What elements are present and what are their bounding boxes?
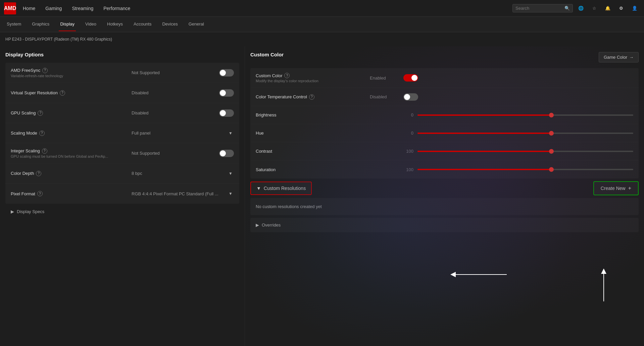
scaling-mode-dropdown[interactable]: Full panel ▼ (132, 131, 234, 136)
custom-res-chevron-icon: ▼ (256, 186, 261, 191)
tab-devices[interactable]: Devices (161, 17, 179, 31)
hue-slider-container: 0 (403, 131, 633, 136)
top-nav: Home Gaming Streaming Performance (23, 4, 512, 12)
gpu-scaling-label: GPU Scaling (11, 110, 36, 115)
left-panel: Display Options AMD FreeSync ? Variable-… (0, 46, 245, 346)
annotation-arrow-custom-res (446, 268, 513, 301)
setting-row-color-depth: Color Depth ? 8 bpc ▼ (5, 163, 239, 184)
custom-color-label: Custom Color (256, 73, 282, 78)
contrast-slider-track[interactable] (417, 151, 633, 152)
search-icon: 🔍 (564, 6, 570, 11)
display-options-title: Display Options (5, 52, 239, 57)
tab-display[interactable]: Display (59, 17, 76, 31)
custom-color-title: Custom Color (250, 52, 284, 57)
bell-icon-btn[interactable]: 🔔 (602, 3, 613, 14)
color-depth-label: Color Depth (11, 171, 34, 176)
color-temp-help-icon[interactable]: ? (309, 94, 314, 100)
nav-streaming[interactable]: Streaming (72, 4, 93, 12)
setting-row-gpu-scaling: GPU Scaling ? Disabled (5, 103, 239, 123)
hue-slider-thumb[interactable] (549, 131, 554, 136)
vsr-label: Virtual Super Resolution (11, 90, 58, 95)
custom-color-help-icon[interactable]: ? (284, 73, 290, 78)
create-new-button[interactable]: Create New + (593, 181, 639, 195)
pixel-format-label: Pixel Format (11, 191, 35, 196)
hue-label: Hue (256, 131, 264, 136)
nav-performance[interactable]: Performance (103, 4, 130, 12)
tab-system[interactable]: System (5, 17, 22, 31)
setting-row-integer-scaling: Integer Scaling ? GPU scaling must be tu… (5, 143, 239, 163)
custom-color-sub: Modify the display's color reproduction (256, 79, 370, 83)
color-temp-toggle[interactable] (403, 93, 418, 101)
hue-value: 0 (403, 131, 413, 136)
search-box[interactable]: 🔍 (512, 4, 573, 12)
setting-row-scaling-mode: Scaling Mode ? Full panel ▼ (5, 123, 239, 143)
vsr-toggle[interactable] (219, 89, 234, 97)
contrast-row: Contrast 100 (250, 142, 639, 160)
tab-hotkeys[interactable]: Hotkeys (106, 17, 124, 31)
tab-video[interactable]: Video (84, 17, 98, 31)
overrides-label: Overrides (262, 223, 281, 228)
game-color-arrow-icon: → (629, 55, 634, 60)
empty-state: No custom resolutions created yet (250, 198, 639, 215)
gpu-scaling-help-icon[interactable]: ? (38, 110, 43, 116)
custom-color-toggle[interactable] (403, 74, 418, 82)
integer-scaling-label: Integer Scaling (11, 148, 40, 153)
freesync-toggle[interactable] (219, 69, 234, 77)
custom-color-row: Custom Color ? Modify the display's colo… (250, 68, 639, 88)
overrides-row[interactable]: ▶ Overrides (250, 218, 639, 232)
pixel-format-chevron: ▼ (229, 191, 233, 196)
hue-slider-track[interactable] (417, 133, 633, 134)
breadcrumb: HP E243 - DISPLAYPORT (Radeon (TM) RX 48… (0, 32, 644, 46)
saturation-slider-thumb[interactable] (549, 167, 554, 172)
right-panel: Custom Color Game Color → Custom Color ?… (245, 46, 644, 346)
nav-gaming[interactable]: Gaming (45, 4, 62, 12)
integer-scaling-value: Not Supported (132, 151, 219, 156)
vsr-value: Disabled (132, 90, 219, 95)
integer-scaling-help-icon[interactable]: ? (42, 148, 47, 154)
saturation-value: 100 (403, 167, 413, 172)
right-panel-header: Custom Color Game Color → (250, 52, 639, 63)
custom-resolutions-button[interactable]: ▼ Custom Resolutions (250, 182, 312, 195)
brightness-slider-fill (417, 114, 551, 116)
gpu-scaling-toggle[interactable] (219, 109, 234, 117)
gear-icon-btn[interactable]: ⚙ (616, 3, 627, 14)
setting-row-vsr: Virtual Super Resolution ? Disabled (5, 83, 239, 103)
vsr-help-icon[interactable]: ? (60, 90, 65, 96)
contrast-slider-container: 100 (403, 149, 633, 154)
integer-scaling-toggle[interactable] (219, 150, 234, 157)
freesync-value: Not Supported (132, 70, 219, 75)
freesync-label: AMD FreeSync (11, 68, 40, 73)
game-color-button[interactable]: Game Color → (599, 52, 639, 62)
setting-row-pixel-format: Pixel Format ? RGB 4:4:4 Pixel Format PC… (5, 184, 239, 204)
main-content: Display Options AMD FreeSync ? Variable-… (0, 46, 644, 346)
scaling-mode-label: Scaling Mode (11, 131, 37, 136)
nav-home[interactable]: Home (23, 4, 35, 12)
tab-general[interactable]: General (187, 17, 205, 31)
gpu-scaling-value: Disabled (132, 110, 219, 115)
contrast-value: 100 (403, 149, 413, 154)
color-temp-label: Color Temperature Control (256, 94, 307, 99)
color-depth-help-icon[interactable]: ? (36, 171, 41, 176)
saturation-slider-track[interactable] (417, 169, 633, 170)
user-icon-btn[interactable]: 👤 (629, 3, 640, 14)
globe-icon-btn[interactable]: 🌐 (576, 3, 586, 14)
contrast-slider-thumb[interactable] (549, 149, 554, 154)
scaling-mode-help-icon[interactable]: ? (39, 131, 45, 136)
overrides-chevron: ▶ (256, 223, 259, 228)
star-icon-btn[interactable]: ☆ (589, 3, 600, 14)
color-section: Custom Color ? Modify the display's colo… (250, 68, 639, 179)
pixel-format-dropdown[interactable]: RGB 4:4:4 Pixel Format PC Standard (Full… (132, 191, 234, 196)
freesync-help-icon[interactable]: ? (42, 68, 48, 73)
search-input[interactable] (515, 6, 564, 11)
color-depth-dropdown[interactable]: 8 bpc ▼ (132, 171, 234, 176)
annotation-arrow-create-new (584, 268, 624, 308)
brightness-slider-track[interactable] (417, 114, 633, 116)
tab-accounts[interactable]: Accounts (132, 17, 153, 31)
brightness-slider-thumb[interactable] (549, 113, 554, 117)
freesync-sub: Variable-refresh-rate technology (11, 74, 132, 78)
saturation-slider-fill (417, 169, 551, 170)
display-specs-row[interactable]: ▶ Display Specs (5, 204, 239, 219)
setting-row-freesync: AMD FreeSync ? Variable-refresh-rate tec… (5, 63, 239, 83)
pixel-format-help-icon[interactable]: ? (37, 191, 43, 196)
tab-graphics[interactable]: Graphics (31, 17, 51, 31)
